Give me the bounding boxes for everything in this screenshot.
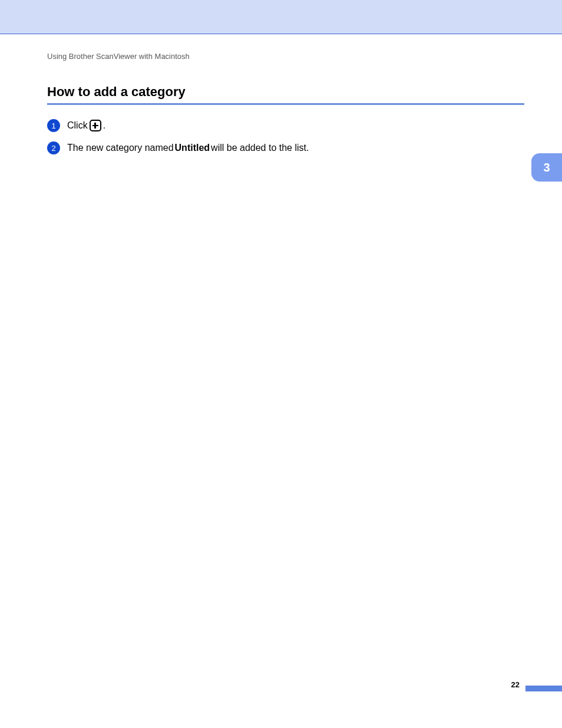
step-1-before: Click <box>67 120 88 131</box>
step-bullet-1: 1 <box>47 119 60 132</box>
step-2-before: The new category named <box>67 143 174 153</box>
header-band <box>0 0 562 34</box>
step-2-after: will be added to the list. <box>211 143 309 153</box>
step-2-bold: Untitled <box>175 143 210 153</box>
step-1: 1 Click . <box>47 119 524 132</box>
step-1-text: Click . <box>67 120 105 131</box>
step-bullet-2: 2 <box>47 141 60 154</box>
footer-accent-bar <box>525 686 562 691</box>
step-2-text: The new category named Untitled will be … <box>67 143 309 153</box>
title-underline <box>47 103 524 105</box>
breadcrumb: Using Brother ScanViewer with Macintosh <box>47 52 524 61</box>
chapter-tab[interactable]: 3 <box>531 153 562 182</box>
page-content: Using Brother ScanViewer with Macintosh … <box>0 34 562 154</box>
step-2: 2 The new category named Untitled will b… <box>47 141 524 154</box>
step-1-after: . <box>103 120 105 131</box>
plus-icon <box>90 120 101 131</box>
section-title: How to add a category <box>47 84 524 100</box>
page-number: 22 <box>511 680 520 689</box>
